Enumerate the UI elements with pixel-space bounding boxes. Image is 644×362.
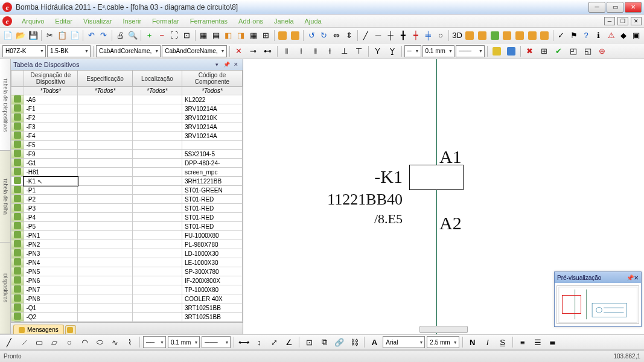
- cell-especificacao[interactable]: [78, 213, 133, 222]
- cell-localizacao[interactable]: [132, 258, 182, 267]
- col-codigo[interactable]: Código de Componente: [182, 71, 242, 87]
- dim-4[interactable]: ∠: [282, 335, 296, 349]
- align-1[interactable]: ⫴: [280, 45, 293, 58]
- table-row[interactable]: -P3ST01-RED: [11, 204, 243, 213]
- cell-especificacao[interactable]: [78, 104, 133, 113]
- mirror-h-button[interactable]: ⇔: [331, 29, 342, 42]
- unlink-button[interactable]: ⛓: [348, 335, 361, 349]
- cell-especificacao[interactable]: [78, 159, 133, 168]
- cell-codigo[interactable]: 3RV10214A: [182, 132, 242, 141]
- cell-codigo[interactable]: PL-980X780: [182, 240, 242, 249]
- cell-designacao[interactable]: -P4: [24, 213, 78, 222]
- cell-codigo[interactable]: 3RV10210K: [182, 113, 242, 122]
- underline-button[interactable]: S: [496, 335, 509, 349]
- cell-localizacao[interactable]: [132, 249, 182, 258]
- panel-close-button[interactable]: ✕: [232, 60, 240, 69]
- cell-codigo[interactable]: ST01-RED: [182, 204, 242, 213]
- text-tool[interactable]: A: [368, 335, 381, 349]
- palette-5[interactable]: [514, 29, 526, 42]
- cell-codigo[interactable]: KL2022: [182, 95, 242, 104]
- cell-especificacao[interactable]: [78, 95, 133, 104]
- line-style-combo[interactable]: ─: [404, 45, 421, 57]
- search-button[interactable]: 🔍: [127, 29, 139, 42]
- cell-localizacao[interactable]: [132, 267, 182, 276]
- cell-codigo[interactable]: ST01-RED: [182, 213, 242, 222]
- cell-especificacao[interactable]: [78, 204, 133, 213]
- cell-localizacao[interactable]: [132, 213, 182, 222]
- line-width-combo[interactable]: 0.1 mm: [422, 45, 454, 57]
- cell-codigo[interactable]: ST01-RED: [182, 222, 242, 231]
- flag-button[interactable]: ⚑: [568, 29, 579, 42]
- bold-button[interactable]: N: [466, 335, 479, 349]
- more-2[interactable]: ▣: [631, 29, 642, 42]
- align-6[interactable]: ⊤: [352, 45, 366, 58]
- cell-especificacao[interactable]: [78, 132, 133, 141]
- cell-especificacao[interactable]: [78, 186, 133, 195]
- view-3d-button[interactable]: 3D: [451, 29, 463, 42]
- cell-codigo[interactable]: 3RV10214A: [182, 122, 242, 132]
- tool-2[interactable]: ▤: [210, 29, 222, 42]
- table-row[interactable]: -PN3LD-1000X30: [11, 249, 243, 258]
- table-row[interactable]: -F33RV10214A: [11, 122, 243, 132]
- rotate-right-button[interactable]: ↻: [319, 29, 330, 42]
- cell-codigo[interactable]: COOLER 40X: [182, 294, 242, 303]
- cell-designacao[interactable]: -K1 ↖: [24, 177, 78, 186]
- cell-localizacao[interactable]: [132, 285, 182, 294]
- preview-body[interactable]: [555, 283, 641, 326]
- device-grid-scroll[interactable]: Designação de Dispositivo Especificação …: [11, 70, 243, 322]
- cell-especificacao[interactable]: [78, 141, 133, 150]
- table-row[interactable]: -F95SX2104-5: [11, 150, 243, 159]
- table-row[interactable]: -Q23RT10251BB: [11, 313, 243, 322]
- cell-especificacao[interactable]: [78, 240, 133, 249]
- cell-codigo[interactable]: LE-1000X30: [182, 258, 242, 267]
- draw-circle[interactable]: ○: [63, 335, 76, 349]
- cell-codigo[interactable]: 3RH11221BB: [182, 177, 242, 186]
- wire-tool[interactable]: ─: [372, 29, 384, 42]
- align-right-button[interactable]: ≣: [546, 335, 560, 349]
- align-left-button[interactable]: ≡: [516, 335, 529, 349]
- zoom-in-button[interactable]: +: [144, 29, 155, 42]
- help-button[interactable]: ?: [581, 29, 592, 42]
- table-row[interactable]: -G1DPP-480-24-: [11, 159, 243, 168]
- col-marker[interactable]: [11, 71, 24, 87]
- filter-cell[interactable]: *Todos*: [182, 87, 242, 95]
- menu-janela[interactable]: Janela: [269, 16, 298, 26]
- cell-codigo[interactable]: 5SX2104-5: [182, 150, 242, 159]
- cell-designacao[interactable]: -P5: [24, 222, 78, 231]
- grid-button[interactable]: ▦: [248, 29, 260, 42]
- cell-localizacao[interactable]: [132, 177, 182, 186]
- preview-pin-button[interactable]: 📌: [626, 275, 634, 281]
- align-2[interactable]: ⫲: [295, 45, 308, 58]
- align-center-button[interactable]: ☰: [531, 335, 544, 349]
- cell-designacao[interactable]: -G1: [24, 159, 78, 168]
- cell-especificacao[interactable]: [78, 276, 133, 285]
- cell-designacao[interactable]: -A6: [24, 95, 78, 104]
- cell-codigo[interactable]: ST01-GREEN: [182, 186, 242, 195]
- cell-designacao[interactable]: -PN6: [24, 276, 78, 285]
- menu-arquivo[interactable]: Arquivo: [17, 16, 49, 26]
- conn-tool-1[interactable]: ┼: [385, 29, 397, 42]
- cell-especificacao[interactable]: [78, 122, 133, 132]
- cell-designacao[interactable]: -F3: [24, 122, 78, 132]
- cell-especificacao[interactable]: [78, 294, 133, 303]
- preview-close-button[interactable]: ✕: [634, 275, 639, 281]
- table-row[interactable]: -PN1FU-1000X80: [11, 231, 243, 240]
- table-row[interactable]: -P4ST01-RED: [11, 213, 243, 222]
- cell-codigo[interactable]: FU-1000X80: [182, 231, 242, 240]
- font-size-combo[interactable]: 2.5 mm: [427, 336, 459, 348]
- font-name-combo[interactable]: Arial: [383, 336, 425, 348]
- grid2-button[interactable]: ⊞: [538, 45, 551, 58]
- cell-localizacao[interactable]: [132, 122, 182, 132]
- zoom-out-button[interactable]: −: [156, 29, 168, 42]
- tool-1[interactable]: ▦: [198, 29, 209, 42]
- table-row[interactable]: -F43RV10214A: [11, 132, 243, 141]
- snap-button[interactable]: ⊞: [260, 29, 272, 42]
- menu-editar[interactable]: Editar: [50, 16, 77, 26]
- tool-3[interactable]: ◧: [223, 29, 234, 42]
- cell-especificacao[interactable]: [78, 258, 133, 267]
- filter2-button[interactable]: Y̱: [386, 45, 399, 58]
- zoom-fit-button[interactable]: ⛶: [169, 29, 180, 42]
- x-button[interactable]: ✖: [523, 45, 537, 58]
- cell-designacao[interactable]: -F1: [24, 104, 78, 113]
- cell-codigo[interactable]: LD-1000X30: [182, 249, 242, 258]
